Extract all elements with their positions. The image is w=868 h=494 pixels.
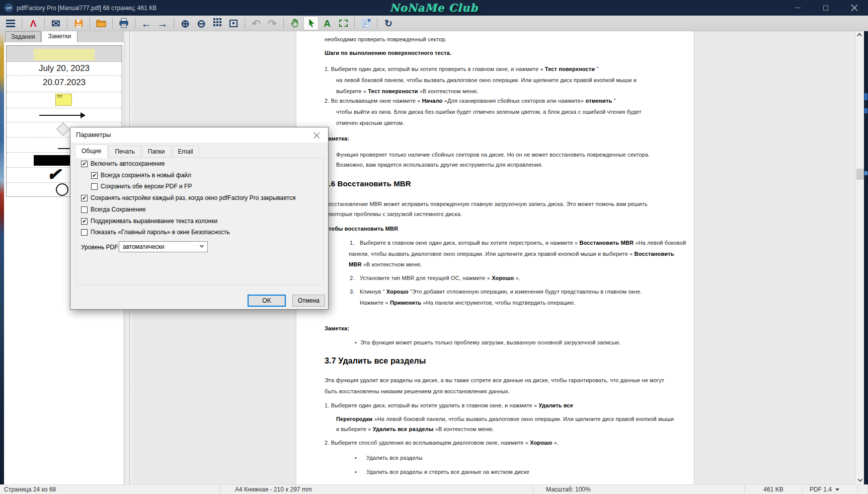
status-pdf-version[interactable]: PDF 1.4 bbox=[803, 485, 858, 494]
sidebar-tab-Заметки[interactable]: Заметки bbox=[41, 30, 77, 42]
scroll-down-button[interactable] bbox=[856, 476, 864, 484]
checkbox-unchecked-icon[interactable] bbox=[81, 206, 88, 213]
vertical-scrollbar[interactable] bbox=[855, 31, 864, 484]
checkmark-shape: ✔ bbox=[47, 164, 61, 184]
toolbar-separator bbox=[112, 18, 113, 29]
pdf-level-label: Уровень PDF: bbox=[81, 244, 120, 251]
chevron-up-icon bbox=[857, 33, 862, 38]
forward-button[interactable]: → bbox=[155, 16, 170, 30]
note-item-arrow[interactable] bbox=[7, 108, 122, 122]
checkbox-unchecked-icon[interactable] bbox=[81, 229, 88, 236]
pdf-level-value: автоматически bbox=[123, 243, 165, 250]
dialog-tab-Печать[interactable]: Печать bbox=[109, 146, 140, 158]
thumbnails-button[interactable] bbox=[210, 16, 225, 30]
status-pdf-version-label: PDF 1.4 bbox=[810, 486, 832, 493]
back-button[interactable]: ← bbox=[139, 16, 154, 30]
doc-line: MBR »В контекстном меню. bbox=[349, 261, 422, 267]
print-button[interactable] bbox=[116, 16, 131, 30]
refresh-button[interactable]: ↻ bbox=[381, 16, 396, 30]
pdf-level-dropdown[interactable]: автоматически bbox=[119, 241, 208, 252]
doc-line: 2. Во всплывающем окне нажмите « Начало … bbox=[325, 98, 616, 104]
minimize-button[interactable] bbox=[783, 0, 812, 16]
checkbox-checked-icon[interactable]: ✔ bbox=[81, 161, 88, 167]
doc-line: 1. Выберите один диск, который вы хотите… bbox=[325, 66, 599, 72]
status-paper-label: A4 Книжная - 210 x 297 mm bbox=[235, 486, 312, 493]
dialog-tab-Папки[interactable]: Папки bbox=[142, 146, 171, 158]
scroll-up-button[interactable] bbox=[856, 31, 864, 40]
maximize-button[interactable] bbox=[812, 0, 840, 16]
checkbox-unchecked-icon[interactable] bbox=[91, 183, 98, 190]
cancel-button[interactable]: Отмена bbox=[292, 295, 325, 307]
desktop-edge-right bbox=[864, 31, 868, 484]
toolbar-separator bbox=[135, 18, 135, 29]
close-button[interactable] bbox=[840, 0, 868, 16]
caret-down-icon bbox=[835, 488, 839, 491]
checkbox-row[interactable]: ✔Поддерживать выравнивание текста колонк… bbox=[81, 218, 217, 225]
dialog-tab-Общие[interactable]: Общие bbox=[75, 145, 108, 158]
checkbox-label: Сохранить обе версии PDF и FP bbox=[101, 183, 192, 190]
toolbar-separator bbox=[377, 18, 377, 29]
yellow-highlight-shape bbox=[34, 49, 95, 60]
checkbox-row[interactable]: Сохранить обе версии PDF и FP bbox=[91, 183, 192, 190]
doc-line: Чтобы восстановить MBR bbox=[325, 226, 398, 232]
fit-page-button[interactable] bbox=[226, 16, 241, 30]
dialog-close-button[interactable] bbox=[305, 127, 328, 143]
zoom-in-button[interactable]: ⊕ bbox=[178, 16, 193, 30]
select-tool-button[interactable] bbox=[336, 16, 351, 30]
doc-line: на левой боковой панели, чтобы вызвать д… bbox=[336, 77, 637, 83]
hand-tool-button[interactable] bbox=[287, 16, 302, 30]
pointer-tool-icon bbox=[306, 18, 315, 28]
doc-line: Установите тип MBR для текущей ОС, нажми… bbox=[360, 275, 520, 281]
email-button[interactable]: ✉ bbox=[48, 16, 63, 30]
note-item-sticky[interactable] bbox=[7, 92, 122, 108]
zoom-in-icon: ⊕ bbox=[181, 18, 190, 29]
checkbox-row[interactable]: Показать «Главный пароль» в окне Безопас… bbox=[81, 229, 230, 236]
save-button[interactable] bbox=[71, 16, 86, 30]
note-item-date[interactable]: 20.07.2023 bbox=[7, 76, 122, 92]
refresh-icon: ↻ bbox=[384, 19, 392, 28]
close-icon bbox=[851, 5, 857, 11]
checkbox-row[interactable]: ✔Всегда сохранять в новый файл bbox=[91, 172, 191, 179]
back-icon: ← bbox=[141, 18, 152, 29]
sidebar-tab-Задания[interactable]: Задания bbox=[5, 31, 41, 42]
checkbox-label: Показать «Главный пароль» в окне Безопас… bbox=[91, 229, 230, 236]
hand-tool-icon bbox=[290, 18, 300, 28]
doc-line: чтобы выйти из окна. Блок диска без ошиб… bbox=[336, 109, 642, 115]
checkbox-row[interactable]: ✔Сохранять настройки каждый раз, когда о… bbox=[81, 194, 295, 201]
doc-line: 1. bbox=[350, 240, 354, 246]
ok-button[interactable]: OK bbox=[248, 295, 286, 307]
status-zoom-label: Масштаб: 100% bbox=[546, 486, 591, 493]
note-item-date[interactable]: July 20, 2023 bbox=[7, 62, 122, 76]
doc-line: Функция проверяет только наличие сбойных… bbox=[336, 152, 650, 158]
toolbar: Λ✉←→⊕⊖↶↷A↻ bbox=[0, 16, 868, 31]
menu-button[interactable] bbox=[3, 16, 18, 30]
checkbox-row[interactable]: Всегда Сохранение bbox=[81, 206, 145, 213]
delete-pages-button[interactable] bbox=[358, 16, 373, 30]
chevron-down-icon bbox=[200, 243, 204, 247]
undo-button[interactable]: ↶ bbox=[249, 16, 264, 30]
pointer-tool-button[interactable] bbox=[303, 16, 319, 30]
checkbox-label: Всегда сохранять в новый файл bbox=[101, 172, 191, 179]
dialog-tab-Email[interactable]: Email bbox=[172, 146, 199, 158]
toolbar-separator bbox=[174, 18, 174, 29]
zoom-out-button[interactable]: ⊖ bbox=[194, 16, 209, 30]
note-item-header[interactable] bbox=[7, 46, 122, 62]
toolbar-separator bbox=[90, 18, 90, 29]
checkbox-checked-icon[interactable]: ✔ bbox=[81, 218, 88, 225]
doc-line: Эта функция удалит все разделы на диске,… bbox=[325, 377, 664, 383]
checkbox-checked-icon[interactable]: ✔ bbox=[91, 172, 98, 179]
checkbox-checked-icon[interactable]: ✔ bbox=[81, 195, 88, 201]
title-bar: pdf pdfFactory Pro [Manual777.pdf] 68 ст… bbox=[0, 0, 868, 16]
redo-button[interactable]: ↷ bbox=[265, 16, 280, 30]
status-page-label: Страница 24 из 68 bbox=[4, 486, 56, 493]
delete-pages-icon bbox=[361, 18, 371, 29]
acrobat-pdf-button[interactable]: Λ bbox=[26, 16, 41, 30]
checkbox-row[interactable]: ✔Включить автосохранение bbox=[81, 160, 165, 167]
window-title: pdfFactory Pro [Manual777.pdf] 68 страни… bbox=[17, 5, 156, 12]
text-tool-button[interactable]: A bbox=[320, 16, 335, 30]
doc-line: Выберите в главном окне один диск, котор… bbox=[360, 240, 686, 246]
select-tool-icon bbox=[339, 20, 348, 27]
arrow-head-shape bbox=[81, 112, 86, 118]
open-folder-button[interactable] bbox=[94, 16, 109, 30]
scrollbar-thumb[interactable] bbox=[856, 169, 864, 180]
